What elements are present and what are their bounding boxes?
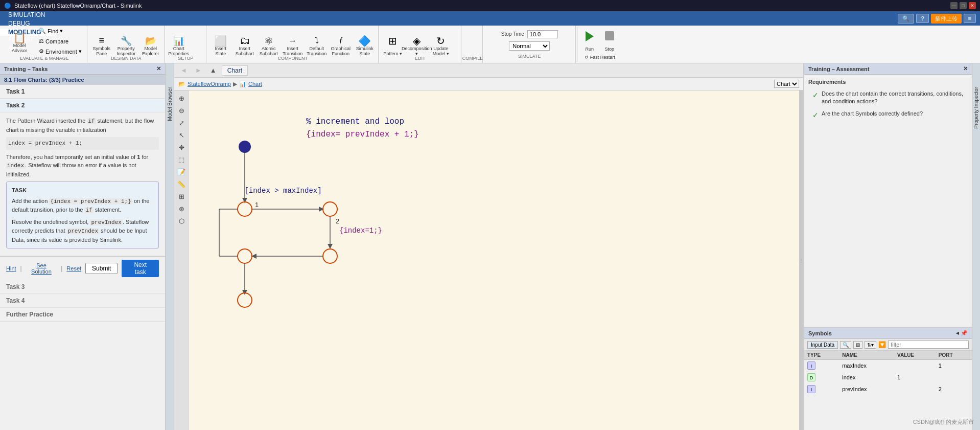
window-controls: — □ ✕ (950, 2, 976, 9)
stop-button[interactable]: Stop (601, 29, 618, 54)
assessment-collapse[interactable]: ✕ (963, 65, 968, 72)
environment-button[interactable]: ⚙ Environment ▾ (36, 47, 85, 56)
minimize-button[interactable]: — (950, 2, 958, 9)
section-title: 8.1 Flow Charts: (3/3) Practice (0, 75, 165, 85)
stop-time-label: Stop Time (501, 31, 524, 37)
back-button[interactable]: ◄ (177, 65, 190, 76)
hint-button[interactable]: Hint (6, 265, 16, 271)
grid-button[interactable]: ⊞ (175, 191, 188, 202)
port-button[interactable]: ⬡ (175, 215, 188, 227)
pattern-button[interactable]: ⊞ Pattern ▾ (382, 30, 404, 59)
account-button[interactable]: ≡ (964, 14, 976, 23)
input-data-button[interactable]: Input Data (807, 341, 838, 349)
watermark: CSDN@疯狂的麦克斯市 (913, 418, 974, 426)
find-button[interactable]: 🔍 Find ▾ (36, 26, 85, 36)
compare-button[interactable]: ⚖ Compare (36, 36, 85, 46)
search-button[interactable]: 🔍 (898, 14, 914, 24)
breadcrumb-stateflow[interactable]: StateflowOnramp (188, 81, 231, 87)
zoom-out-button[interactable]: ⊖ (175, 105, 188, 116)
decomposition-button[interactable]: ◈ Decomposition ▾ (406, 30, 428, 59)
toolbar-group-simulate: Stop Time Normal Accelerator Rapid Accel… (484, 26, 576, 63)
insert-transition-button[interactable]: → InsertTransition (282, 30, 304, 59)
task2-header[interactable]: Task 2 (0, 99, 165, 112)
fast-restart-row: ↺ Fast Restart (585, 55, 615, 60)
pan-button[interactable]: ✥ (175, 142, 188, 153)
requirements-section: Requirements ✓ Does the chart contain th… (804, 75, 972, 126)
junction2 (323, 202, 337, 216)
symbols-pane-button[interactable]: ≡ SymbolsPane (90, 30, 113, 59)
model-browser-tab[interactable]: Model Browser (166, 63, 174, 430)
run-button[interactable]: Run (581, 29, 598, 54)
table-row[interactable]: I maxIndex 1 (804, 360, 972, 372)
property-inspector-label: PropertyInspector (116, 47, 135, 57)
environment-label: Environment (45, 49, 77, 55)
atomic-subchart-button[interactable]: ⚛ AtomicSubchart (258, 30, 280, 59)
symbols-pin-icon[interactable]: 📌 (961, 330, 968, 336)
type-cell: D (804, 372, 839, 383)
sort-button[interactable]: ⇅▾ (865, 341, 876, 349)
table-row[interactable]: D index 1 (804, 372, 972, 383)
add-note-button[interactable]: 📝 (175, 166, 188, 177)
insert-state-icon: ⬜ (214, 35, 227, 47)
update-model-button[interactable]: ↻ UpdateModel ▾ (430, 30, 452, 59)
community-button[interactable]: 插件上传 (931, 14, 962, 24)
close-button[interactable]: ✕ (969, 2, 976, 9)
model-explorer-button[interactable]: 📂 ModelExplorer (139, 30, 162, 59)
flowchart-svg: % increment and loop {index= prevIndex +… (204, 96, 613, 428)
symbols-pane-icon: ≡ (99, 35, 105, 46)
simulink-state-button[interactable]: 🔷 SimulinkState (354, 30, 376, 59)
left-panel-title: Training – Tasks (4, 66, 48, 72)
property-inspector-button[interactable]: 🔧 PropertyInspector (115, 30, 137, 59)
filter-input[interactable] (888, 341, 969, 349)
task1-header[interactable]: Task 1 (0, 85, 165, 99)
update-model-label: UpdateModel ▾ (433, 47, 449, 57)
breadcrumb-dropdown[interactable]: Chart (774, 80, 799, 88)
fit-view-button[interactable]: ⤢ (175, 117, 188, 128)
zoom-in-button[interactable]: ⊕ (175, 93, 188, 104)
requirement-1: ✓ Does the chart contain the correct tra… (808, 88, 968, 108)
insert-subchart-button[interactable]: 🗂 InsertSubchart (234, 30, 256, 59)
menu-item-simulation[interactable]: SIMULATION (0, 11, 53, 20)
requirement-2: ✓ Are the chart Symbols correctly define… (808, 108, 968, 123)
submit-button[interactable]: Submit (85, 263, 118, 274)
pointer-button[interactable]: ↖ (175, 129, 188, 141)
up-button[interactable]: ▲ (207, 65, 220, 76)
insert-subchart-icon: 🗂 (240, 35, 250, 47)
sim-mode-select[interactable]: Normal Accelerator Rapid Accelerator (509, 41, 550, 51)
ruler-button[interactable]: 📏 (175, 178, 188, 190)
see-solution-button[interactable]: See Solution (26, 262, 57, 275)
task4-header[interactable]: Task 4 (0, 294, 165, 308)
insert-state-button[interactable]: ⬜ InsertState (209, 30, 232, 59)
chart-tab[interactable]: Chart (222, 65, 248, 76)
window-title: 🔵 Stateflow (chart) StateflowOnramp/Char… (4, 3, 142, 9)
next-task-button[interactable]: Next task (122, 260, 159, 277)
stop-time-input[interactable] (527, 30, 558, 38)
property-inspector-tab[interactable]: Property Inspector (972, 63, 980, 430)
filter-icon-button[interactable]: 🔍 (840, 341, 851, 349)
col-settings-button[interactable]: ⊞ (853, 341, 862, 349)
forward-button[interactable]: ► (192, 65, 205, 76)
symbols-collapse-icon[interactable]: ◂ (956, 330, 959, 336)
task3-header[interactable]: Task 3 (0, 280, 165, 294)
junction3 (323, 249, 337, 263)
env-dropdown-icon: ▾ (79, 48, 82, 55)
table-row[interactable]: I prevIndex 2 (804, 383, 972, 395)
further-practice-header[interactable]: Further Practice (0, 308, 165, 322)
graphical-function-button[interactable]: f GraphicalFunction (330, 30, 352, 59)
separator-2: | (61, 265, 62, 272)
select-area-button[interactable]: ⬚ (175, 154, 188, 165)
breadcrumb-chart[interactable]: Chart (248, 81, 262, 87)
toolbar-group-edit: ⊞ Pattern ▾ ◈ Decomposition ▾ ↻ UpdateMo… (380, 26, 461, 63)
stop-label: Stop (605, 47, 615, 52)
right-collapse-handle[interactable]: ⋮ (799, 90, 803, 430)
help-button[interactable]: ? (916, 14, 928, 23)
reset-button[interactable]: Reset (66, 265, 81, 271)
breakpoint-button[interactable]: ⊛ (175, 203, 188, 214)
maximize-button[interactable]: □ (960, 2, 967, 9)
chart-properties-button[interactable]: 📊 ChartProperties (168, 30, 190, 59)
model-advisor-icon: 📋 (13, 32, 26, 44)
left-panel-collapse[interactable]: ✕ (156, 65, 161, 72)
default-transition-button[interactable]: ⤵ DefaultTransition (306, 30, 328, 59)
model-advisor-button[interactable]: 📋 ModelAdvisor (4, 27, 35, 56)
right-assessment-panel: Training – Assessment ✕ Requirements ✓ D… (804, 63, 972, 328)
